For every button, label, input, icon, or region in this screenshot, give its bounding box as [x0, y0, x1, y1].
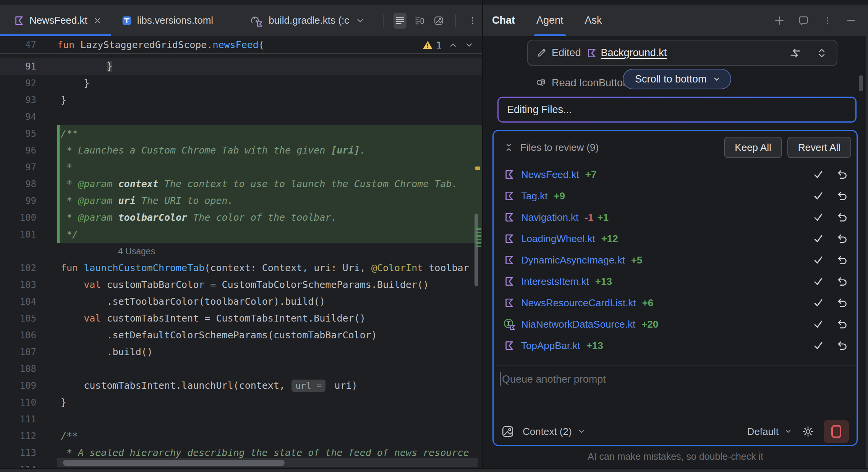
diff-stat-added: +12	[601, 233, 618, 245]
next-issue-chevron-down-icon[interactable]	[465, 40, 474, 50]
code-line-95[interactable]: 95/**	[0, 125, 482, 142]
prompt-input[interactable]: Queue another prompt	[500, 372, 606, 386]
kotlin-file-icon	[14, 15, 24, 26]
tab-ask[interactable]: Ask	[585, 5, 602, 36]
code-line-110[interactable]: 110}	[0, 394, 482, 411]
code-line-92[interactable]: 92 }	[0, 75, 482, 92]
chat-history-bubble-icon[interactable]	[798, 15, 809, 26]
new-chat-plus-icon[interactable]	[774, 15, 785, 26]
code-line-101[interactable]: 101 */	[0, 226, 482, 243]
usages-hint[interactable]: 4 Usages	[0, 243, 482, 260]
revert-file-undo-icon[interactable]	[836, 190, 848, 202]
edited-file-card[interactable]: Edited Background.kt	[527, 40, 837, 66]
expand-unfold-icon[interactable]	[816, 47, 828, 59]
structure-split-icon	[415, 16, 424, 26]
keep-all-button[interactable]: Keep All	[724, 137, 782, 158]
error-stripe-warning-marker[interactable]	[475, 166, 480, 170]
file-link[interactable]: DynamicAsyncImage.kt	[521, 254, 625, 266]
tab-agent[interactable]: Agent	[536, 5, 564, 36]
editor-tab-build-gradle-kts-c[interactable]: build.gradle.kts (:c	[239, 5, 376, 36]
revert-file-undo-icon[interactable]	[836, 168, 848, 181]
code-line-112[interactable]: 112/**	[0, 428, 482, 445]
error-stripe-changed-lines-marker[interactable]	[476, 228, 481, 249]
vertical-scrollbar-thumb[interactable]	[474, 214, 478, 286]
context-chevron-down-icon[interactable]	[577, 427, 586, 436]
kotlin-file-icon	[504, 169, 515, 180]
keep-file-check-icon[interactable]	[812, 233, 824, 245]
file-link[interactable]: InterestsItem.kt	[521, 276, 589, 288]
code-line-94[interactable]: 94	[0, 108, 482, 125]
code-line-97[interactable]: 97 *	[0, 159, 482, 176]
revert-file-undo-icon[interactable]	[836, 275, 848, 288]
code-line-104[interactable]: 104 .setToolbarColor(toolbarColor).build…	[0, 293, 482, 310]
editor-more-options-button[interactable]	[466, 13, 479, 29]
revert-file-undo-icon[interactable]	[836, 233, 848, 245]
editor-structure-split-button[interactable]	[413, 13, 426, 29]
keep-file-check-icon[interactable]	[812, 297, 824, 309]
horizontal-scrollbar[interactable]	[57, 458, 478, 467]
keep-file-check-icon[interactable]	[812, 168, 824, 181]
keep-file-check-icon[interactable]	[812, 339, 824, 352]
chat-scrollbar-thumb[interactable]	[859, 75, 863, 91]
code-line-91[interactable]: 91 }	[0, 58, 482, 75]
previous-issue-chevron-up-icon[interactable]	[449, 40, 458, 50]
code-line-98[interactable]: 98 * @param context The context to use t…	[0, 176, 482, 192]
code-line-107[interactable]: 107 .build()	[0, 344, 482, 360]
code-lines[interactable]: 91 }92 }93}9495/**96 * Launches a Custom…	[0, 54, 482, 472]
editor-preview-button[interactable]	[432, 13, 445, 29]
code-line-105[interactable]: 105 val customTabsIntent = CustomTabsInt…	[0, 310, 482, 327]
settings-gear-icon[interactable]	[802, 425, 815, 438]
keep-file-check-icon[interactable]	[812, 190, 824, 202]
code-line-108[interactable]: 108	[0, 360, 482, 377]
keep-file-check-icon[interactable]	[812, 275, 824, 288]
edited-file-link[interactable]: Background.kt	[601, 47, 667, 59]
file-link[interactable]: NiaNetworkDataSource.kt	[521, 318, 635, 330]
model-selector[interactable]: Default	[747, 426, 792, 438]
code-line-109[interactable]: 109 customTabsIntent.launchUrl(context, …	[0, 377, 482, 394]
show-diff-arrows-icon[interactable]	[789, 47, 802, 59]
file-link[interactable]: Navigation.kt	[521, 212, 578, 223]
line-number: 95	[0, 125, 57, 142]
file-link[interactable]: LoadingWheel.kt	[521, 233, 595, 245]
keep-file-check-icon[interactable]	[812, 254, 824, 266]
kotlin-interface-icon	[503, 318, 515, 330]
code-line-100[interactable]: 100 * @param toolbarColor The color of t…	[0, 209, 482, 226]
collapse-icon[interactable]	[504, 142, 514, 153]
revert-file-undo-icon[interactable]	[836, 339, 848, 352]
chevron-down-icon[interactable]	[355, 16, 365, 26]
revert-file-undo-icon[interactable]	[836, 211, 848, 223]
attach-image-icon[interactable]	[501, 425, 514, 438]
file-link[interactable]: Tag.kt	[521, 190, 547, 202]
line-number: 110	[0, 394, 57, 411]
code-line-111[interactable]: 111	[0, 411, 482, 428]
revert-file-undo-icon[interactable]	[836, 297, 848, 309]
file-link[interactable]: NewsFeed.kt	[521, 169, 579, 181]
close-icon[interactable]	[93, 16, 102, 25]
revert-file-undo-icon[interactable]	[836, 254, 848, 266]
diff-stat-added: +1	[597, 212, 609, 223]
code-line-96[interactable]: 96 * Launches a Custom Chrome Tab with t…	[0, 142, 482, 159]
file-link[interactable]: TopAppBar.kt	[521, 340, 580, 352]
code-line-93[interactable]: 93}	[0, 92, 482, 108]
revert-file-undo-icon[interactable]	[836, 318, 848, 330]
minimize-icon[interactable]	[846, 15, 857, 26]
scroll-to-bottom-button[interactable]: Scroll to bottom	[623, 69, 731, 89]
revert-all-button[interactable]: Revert All	[787, 137, 851, 158]
context-selector[interactable]: Context (2)	[523, 426, 572, 438]
keep-file-check-icon[interactable]	[812, 318, 824, 330]
file-link[interactable]: NewsResourceCardList.kt	[521, 297, 636, 309]
code-editor[interactable]: 47 fun LazyStaggeredGridScope.newsFeed( …	[0, 36, 482, 472]
line-number: 103	[0, 276, 57, 293]
editor-tab-libs-versions-toml[interactable]: libs.versions.toml	[111, 5, 224, 36]
chat-more-kebab-icon[interactable]	[823, 16, 832, 25]
code-line-99[interactable]: 99 * @param uri The URI to open.	[0, 192, 482, 209]
horizontal-scrollbar-thumb[interactable]	[63, 460, 285, 466]
code-line-102[interactable]: 102fun launchCustomChromeTab(context: Co…	[0, 260, 482, 276]
stop-generation-button[interactable]	[824, 420, 849, 443]
file-review-row: NiaNetworkDataSource.kt+20	[494, 314, 857, 335]
editor-view-lines-button[interactable]	[394, 13, 407, 29]
keep-file-check-icon[interactable]	[812, 211, 824, 223]
code-line-106[interactable]: 106 .setDefaultColorSchemeParams(customT…	[0, 327, 482, 344]
editor-tab-newsfeed-kt[interactable]: NewsFeed.kt	[0, 5, 111, 36]
code-line-103[interactable]: 103 val customTabBarColor = CustomTabCol…	[0, 276, 482, 293]
